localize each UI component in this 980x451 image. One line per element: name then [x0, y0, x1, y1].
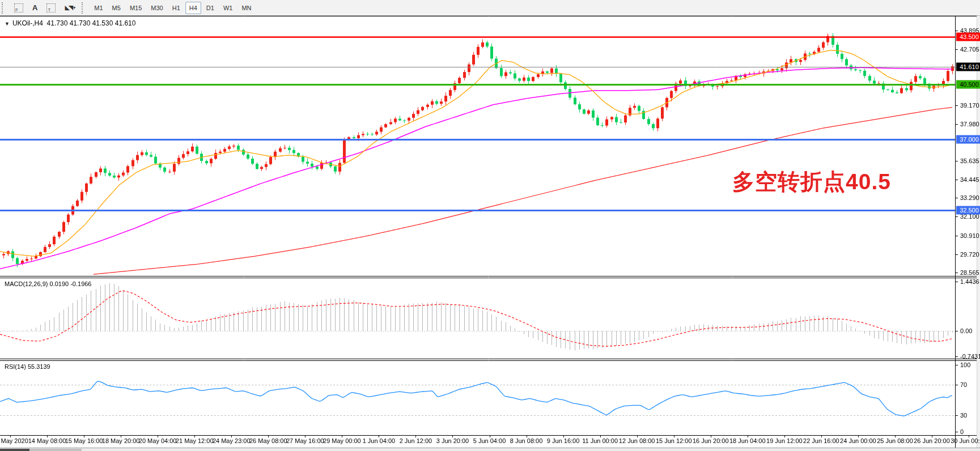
timeframe-label: M5	[112, 5, 121, 11]
timeframe-label: M15	[130, 5, 142, 11]
price-axis-tick: 39.170	[960, 102, 979, 109]
price-axis-tick: 37.980	[960, 121, 979, 127]
price-level-label: 43.500	[956, 33, 980, 41]
font-icon: A	[32, 3, 37, 12]
ohlc-values: 41.730 41.730 41.530 41.610	[47, 19, 136, 27]
annotation-text: 多空转折点40.5	[732, 167, 891, 197]
timeframe-label: M30	[151, 5, 163, 11]
chart-title[interactable]: ▼UKOil-,H4 41.730 41.730 41.530 41.610	[5, 19, 135, 27]
price-axis-tick: 34.445	[960, 176, 979, 183]
timeframe-label: MN	[241, 5, 251, 11]
current-price-label: 41.610	[956, 62, 980, 71]
timeframe-button-d1[interactable]: D1	[202, 2, 218, 14]
price-axis-tick: 29.720	[960, 251, 979, 258]
timeframe-label: D1	[206, 5, 214, 11]
price-axis-tick: 42.705	[960, 46, 979, 53]
scrollbar-thumb-secondary[interactable]	[29, 449, 82, 451]
timeframe-label: M1	[94, 5, 103, 11]
macd-axis-tick: 1.4436	[960, 278, 979, 285]
timeframe-button-mn[interactable]: MN	[237, 2, 255, 14]
font-button[interactable]: A	[28, 2, 41, 14]
price-level-label: 32.500	[956, 206, 980, 215]
rsi-label: RSI(14) 55.3139	[5, 363, 50, 370]
timeframe-button-m30[interactable]: M30	[147, 2, 167, 14]
timeframe-button-m15[interactable]: M15	[126, 2, 146, 14]
cursor-tools-icon: ◣◥	[65, 4, 72, 11]
text-tool-button[interactable]: T	[43, 2, 60, 14]
price-level-label: 40.500	[956, 80, 980, 88]
toolbar-grip[interactable]	[2, 2, 7, 14]
chart-canvas[interactable]	[0, 0, 980, 451]
horizontal-scrollbar[interactable]	[0, 448, 980, 451]
price-axis-tick: 35.635	[960, 158, 979, 164]
rsi-axis-tick: 70	[960, 381, 967, 388]
chevron-down-icon: ▾	[73, 5, 75, 10]
chart-window-button[interactable]: F	[10, 2, 27, 14]
timeframe-button-m1[interactable]: M1	[90, 2, 107, 14]
macd-axis-tick: 0.00	[960, 327, 972, 334]
chart-window-icon: F	[14, 3, 23, 12]
toolbar-grip-2[interactable]	[82, 2, 87, 14]
timeframe-label: W1	[223, 5, 233, 11]
timeframe-button-w1[interactable]: W1	[219, 2, 237, 14]
rsi-axis-tick: 30	[960, 412, 967, 419]
timeframe-button-m5[interactable]: M5	[108, 2, 125, 14]
rsi-axis-tick: 0	[960, 428, 964, 435]
price-axis-tick: 30.910	[960, 232, 979, 239]
collapse-triangle-icon[interactable]: ▼	[5, 21, 10, 27]
timeframe-button-group: M1M5M15M30H1H4D1W1MN	[90, 2, 256, 14]
symbol-label: UKOil-,H4	[12, 19, 43, 27]
price-level-label: 37.000	[956, 135, 980, 144]
macd-axis-tick: -0.7431	[960, 353, 980, 360]
mt4-window: F A T ◣◥ ▾ M1M5M15M30H1H4D1W1MN ▼UKOil-,…	[0, 0, 980, 451]
timeframe-button-h1[interactable]: H1	[168, 2, 184, 14]
timeframe-label: H1	[172, 5, 180, 11]
timeframe-button-h4[interactable]: H4	[185, 2, 201, 14]
time-axis-label: 30 Jun 00:00	[943, 437, 980, 444]
timeframe-label: H4	[189, 5, 197, 11]
toolbar: F A T ◣◥ ▾ M1M5M15M30H1H4D1W1MN	[0, 0, 980, 16]
price-axis-tick: 28.565	[960, 269, 979, 276]
macd-label: MACD(12,26,9) 0.0190 -0.1966	[5, 280, 91, 287]
rsi-axis-tick: 100	[960, 361, 970, 368]
scrollbar-thumb[interactable]	[0, 449, 29, 451]
text-tool-icon: T	[46, 3, 56, 12]
cursor-tools-button[interactable]: ◣◥ ▾	[61, 2, 79, 14]
price-axis-tick: 33.290	[960, 194, 979, 201]
